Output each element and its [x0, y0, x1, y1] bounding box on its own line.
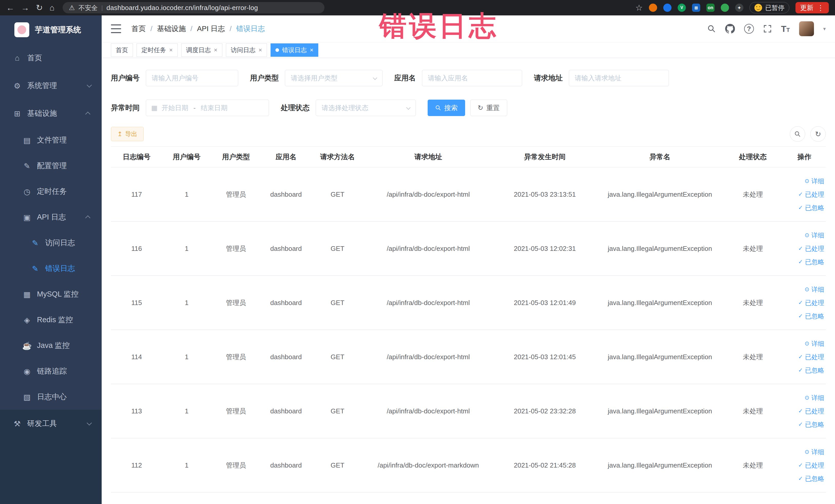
help-icon[interactable]: ? [744, 24, 754, 34]
sidebar-item-home[interactable]: ⌂ 首页 [0, 44, 102, 72]
process-status-select[interactable]: 请选择处理状态 [316, 100, 416, 116]
chevron-down-icon [87, 420, 92, 425]
page-url[interactable]: dashboard.yudao.iocoder.cn/infra/log/api… [106, 4, 258, 12]
export-button[interactable]: ↥ 导出 [111, 127, 144, 141]
avatar-caret-icon[interactable]: ▾ [823, 26, 826, 32]
github-icon[interactable] [725, 24, 735, 34]
detail-link[interactable]: ⊙详细 [783, 445, 824, 459]
browser-menu-icon[interactable]: ⋮ [817, 4, 824, 12]
extension-icon-orange[interactable] [649, 4, 657, 12]
extension-icon-puzzle[interactable]: ✦ [735, 4, 744, 12]
date-range-picker[interactable]: ▦ 开始日期 - 结束日期 [146, 100, 269, 116]
ignored-link[interactable]: ✓已忽略 [783, 472, 824, 485]
extension-icon-grid[interactable]: ⊞ [692, 4, 700, 12]
collapse-menu-icon[interactable] [111, 24, 121, 33]
extension-icon-green-v[interactable]: V [678, 4, 686, 12]
breadcrumb-item[interactable]: 首页 [131, 24, 146, 34]
search-button[interactable]: 搜索 [428, 100, 465, 116]
mysql-icon: ▦ [22, 290, 32, 299]
search-icon[interactable] [707, 24, 716, 33]
sidebar-item-label: 首页 [27, 53, 42, 63]
refresh-table-button[interactable]: ↻ [810, 126, 826, 142]
detail-link[interactable]: ⊙详细 [783, 391, 824, 404]
tab-error-log[interactable]: 错误日志 × [270, 43, 318, 57]
breadcrumb-item[interactable]: 基础设施 [157, 24, 186, 34]
processed-link[interactable]: ✓已处理 [783, 188, 824, 201]
tab-home[interactable]: 首页 [111, 43, 133, 57]
column-header: 操作 [783, 147, 826, 167]
update-button[interactable]: 更新 ⋮ [795, 2, 829, 13]
chevron-down-icon [373, 76, 377, 80]
method-cell: GET [311, 167, 364, 222]
user-id-input[interactable] [146, 70, 238, 86]
ignored-link[interactable]: ✓已忽略 [783, 364, 824, 377]
tab-scheduled-tasks[interactable]: 定时任务 × [137, 43, 178, 57]
close-icon[interactable]: × [259, 46, 262, 54]
ignored-link[interactable]: ✓已忽略 [783, 255, 824, 268]
sidebar-item-redis-monitor[interactable]: ◈ Redis 监控 [0, 307, 102, 333]
end-date-placeholder[interactable]: 结束日期 [201, 103, 227, 113]
address-bar[interactable]: ⚠ 不安全 | dashboard.yudao.iocoder.cn/infra… [63, 2, 324, 13]
fullscreen-icon[interactable] [763, 24, 772, 33]
export-button-label: 导出 [125, 130, 137, 138]
sidebar-item-mysql-monitor[interactable]: ▦ MySQL 监控 [0, 281, 102, 307]
sidebar-item-scheduled-tasks[interactable]: ◷ 定时任务 [0, 179, 102, 204]
ignored-link[interactable]: ✓已忽略 [783, 201, 824, 215]
detail-link[interactable]: ⊙详细 [783, 337, 824, 350]
bookmark-star-icon[interactable]: ☆ [635, 0, 643, 15]
method-cell: GET [311, 222, 364, 276]
sidebar-item-api-logs[interactable]: ▣ API 日志 [0, 204, 102, 230]
detail-link[interactable]: ⊙详细 [783, 174, 824, 188]
status-cell: 未处理 [723, 384, 783, 438]
sidebar-item-log-center[interactable]: ▧ 日志中心 [0, 384, 102, 410]
security-label[interactable]: 不安全 [78, 4, 98, 12]
user-id-cell: 1 [162, 222, 211, 276]
sidebar-item-infrastructure[interactable]: ⊞ 基础设施 [0, 100, 102, 127]
toggle-search-button[interactable] [790, 126, 805, 142]
breadcrumb-item[interactable]: API 日志 [197, 24, 225, 34]
sidebar-item-error-log[interactable]: ✎ 错误日志 [0, 256, 102, 281]
processed-link[interactable]: ✓已处理 [783, 459, 824, 472]
home-icon[interactable]: ⌂ [49, 0, 55, 15]
tab-schedule-log[interactable]: 调度日志 × [181, 43, 222, 57]
extension-icon-blue-drop[interactable] [663, 4, 672, 12]
ignored-link[interactable]: ✓已忽略 [783, 309, 824, 323]
sidebar-item-system-management[interactable]: ⚙ 系统管理 [0, 72, 102, 100]
request-url-input[interactable] [569, 70, 669, 86]
method-cell: GET [311, 384, 364, 438]
paused-badge[interactable]: 已暂停 [750, 2, 789, 13]
tab-access-log[interactable]: 访问日志 × [226, 43, 267, 57]
user-type-select[interactable]: 请选择用户类型 [285, 70, 383, 86]
check-icon: ✓ [798, 367, 803, 374]
exception-cell: java.lang.IllegalArgumentException [597, 276, 723, 330]
sidebar-item-access-log[interactable]: ✎ 访问日志 [0, 230, 102, 256]
processed-link[interactable]: ✓已处理 [783, 242, 824, 255]
detail-link[interactable]: ⊙详细 [783, 283, 824, 296]
back-icon[interactable]: ← [6, 0, 14, 15]
user-avatar[interactable] [799, 21, 814, 36]
forward-icon[interactable]: → [21, 0, 29, 15]
close-icon[interactable]: × [214, 46, 218, 54]
processed-link[interactable]: ✓已处理 [783, 350, 824, 364]
sidebar-item-java-monitor[interactable]: ☕ Java 监控 [0, 333, 102, 358]
reload-icon[interactable]: ↻ [36, 0, 43, 15]
extension-icon-on-badge[interactable]: on [707, 4, 715, 12]
check-icon: ✓ [798, 245, 803, 252]
sidebar-item-config-management[interactable]: ✎ 配置管理 [0, 153, 102, 179]
reset-button[interactable]: ↻ 重置 [470, 100, 507, 116]
sidebar-item-trace[interactable]: ◉ 链路追踪 [0, 358, 102, 384]
extension-icon-leaf[interactable] [721, 4, 729, 12]
sidebar-logo[interactable]: 芋道管理系统 [0, 15, 102, 44]
app-name-input[interactable] [422, 70, 522, 86]
close-icon[interactable]: × [169, 46, 173, 54]
processed-link[interactable]: ✓已处理 [783, 296, 824, 309]
sidebar-item-file-management[interactable]: ▤ 文件管理 [0, 127, 102, 153]
detail-link[interactable]: ⊙详细 [783, 228, 824, 242]
status-cell: 未处理 [723, 167, 783, 222]
font-size-icon[interactable]: TT [781, 24, 790, 34]
close-icon[interactable]: × [310, 46, 313, 54]
start-date-placeholder[interactable]: 开始日期 [162, 103, 188, 113]
sidebar-item-dev-tools[interactable]: ⚒ 研发工具 [0, 410, 102, 438]
processed-link[interactable]: ✓已处理 [783, 404, 824, 418]
ignored-link[interactable]: ✓已忽略 [783, 418, 824, 431]
